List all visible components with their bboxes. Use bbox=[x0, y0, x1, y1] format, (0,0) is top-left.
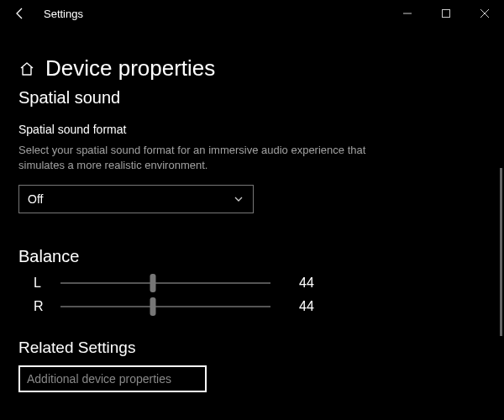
home-icon bbox=[18, 60, 35, 77]
spatial-format-dropdown[interactable]: Off bbox=[18, 185, 254, 213]
chevron-down-icon bbox=[233, 193, 244, 205]
balance-right-value: 44 bbox=[284, 299, 318, 314]
minimize-button[interactable] bbox=[388, 0, 427, 27]
spatial-format-label: Spatial sound format bbox=[18, 123, 486, 136]
window-controls bbox=[388, 0, 504, 27]
page-title-row: Device properties bbox=[18, 55, 486, 81]
balance-left-slider[interactable] bbox=[60, 275, 270, 291]
balance-right-label: R bbox=[34, 299, 47, 314]
link-label: Additional device properties bbox=[27, 372, 171, 386]
content-area: Device properties Spatial sound Spatial … bbox=[0, 27, 504, 392]
slider-track bbox=[60, 306, 270, 307]
spatial-format-description: Select your spatial sound format for an … bbox=[18, 143, 405, 173]
maximize-button[interactable] bbox=[427, 0, 465, 27]
page-title: Device properties bbox=[45, 55, 215, 81]
balance-left-row: L 44 bbox=[18, 275, 486, 291]
additional-device-properties-link[interactable]: Additional device properties bbox=[18, 365, 207, 392]
balance-right-row: R 44 bbox=[18, 298, 486, 315]
slider-thumb[interactable] bbox=[150, 297, 156, 316]
maximize-icon bbox=[442, 9, 450, 18]
slider-track bbox=[60, 282, 270, 284]
close-button[interactable] bbox=[465, 0, 504, 27]
scrollbar-thumb[interactable] bbox=[500, 168, 502, 336]
related-settings-heading: Related Settings bbox=[18, 339, 486, 357]
spatial-sound-heading: Spatial sound bbox=[18, 88, 486, 108]
spatial-format-value: Off bbox=[28, 192, 43, 206]
minimize-icon bbox=[403, 9, 412, 18]
close-icon bbox=[480, 9, 489, 18]
arrow-left-icon bbox=[13, 7, 27, 20]
svg-rect-1 bbox=[443, 10, 450, 18]
balance-right-slider[interactable] bbox=[60, 298, 270, 315]
balance-left-value: 44 bbox=[284, 276, 318, 291]
window-title: Settings bbox=[32, 8, 83, 20]
balance-left-label: L bbox=[34, 276, 47, 291]
back-button[interactable] bbox=[8, 7, 32, 20]
balance-heading: Balance bbox=[18, 247, 486, 266]
slider-thumb[interactable] bbox=[150, 274, 156, 292]
